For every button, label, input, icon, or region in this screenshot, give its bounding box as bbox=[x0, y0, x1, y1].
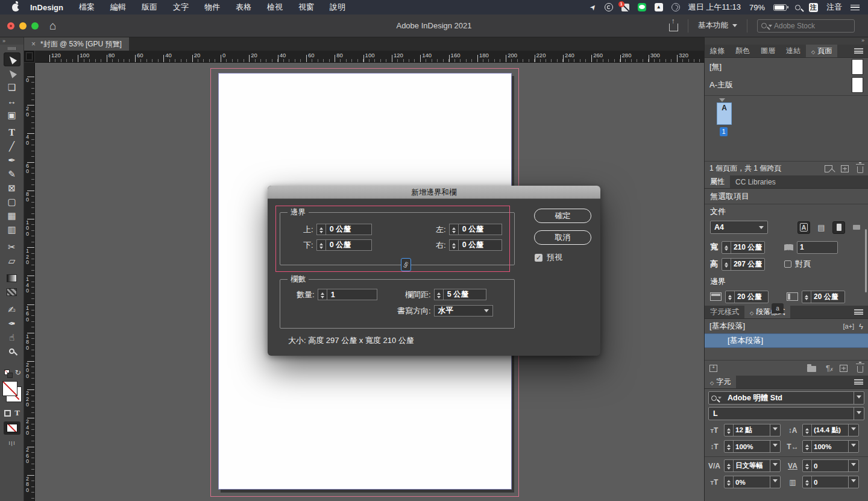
kerning-value[interactable]: 日文等幅 bbox=[734, 460, 765, 471]
font-family-value[interactable]: Adobe 明體 Std bbox=[724, 392, 786, 404]
skew-value[interactable]: 0 bbox=[812, 476, 819, 488]
stepper[interactable] bbox=[450, 224, 459, 235]
ok-button[interactable]: 確定 bbox=[534, 209, 591, 223]
horizontal-scale-dropdown-icon[interactable] bbox=[848, 441, 858, 452]
preview-checkbox[interactable] bbox=[535, 254, 542, 262]
font-style-value[interactable]: L bbox=[709, 408, 722, 420]
stepper[interactable] bbox=[802, 291, 811, 303]
left-margin-value[interactable]: 20 公釐 bbox=[811, 291, 841, 303]
close-tab-icon[interactable]: × bbox=[31, 40, 36, 48]
horizontal-grid-tool[interactable]: ▦ bbox=[4, 209, 20, 222]
skew-field[interactable]: 0 bbox=[802, 476, 859, 488]
document-setup-icon[interactable] bbox=[797, 221, 810, 234]
stepper[interactable] bbox=[725, 460, 734, 471]
font-style-dropdown-icon[interactable] bbox=[854, 408, 864, 420]
new-style-icon[interactable] bbox=[840, 365, 848, 372]
link-margins-icon[interactable] bbox=[401, 258, 411, 271]
vertical-scale-value[interactable]: 100% bbox=[734, 441, 755, 452]
menu-layout[interactable]: 版面 bbox=[142, 2, 157, 13]
minimize-window-button[interactable] bbox=[19, 22, 27, 30]
apply-none-button[interactable] bbox=[4, 421, 20, 435]
tracking-dropdown-icon[interactable] bbox=[848, 460, 858, 471]
stepper[interactable] bbox=[450, 240, 459, 250]
page-number-badge[interactable]: 1 bbox=[720, 127, 728, 136]
width-value[interactable]: 210 公釐 bbox=[731, 242, 764, 253]
zoom-window-button[interactable] bbox=[31, 22, 39, 30]
cancel-button[interactable]: 取消 bbox=[534, 230, 591, 245]
adobe-stock-search[interactable]: Adobe Stock bbox=[757, 19, 855, 33]
delete-style-icon[interactable] bbox=[857, 366, 863, 373]
stepper[interactable] bbox=[726, 291, 735, 303]
workspace-switcher[interactable]: 基本功能 bbox=[698, 20, 737, 31]
rectangle-tool[interactable]: ▢ bbox=[4, 195, 20, 209]
content-collector-tool[interactable]: ▣ bbox=[4, 108, 20, 122]
eyedropper-tool[interactable]: ✒ bbox=[4, 317, 20, 330]
type-tool[interactable]: T bbox=[4, 125, 20, 139]
margin-left-value[interactable]: 0 公釐 bbox=[459, 224, 487, 235]
ime-badge-icon[interactable]: 注 bbox=[809, 3, 818, 12]
margin-top-field[interactable]: 0 公釐 bbox=[316, 224, 372, 235]
menu-edit[interactable]: 編輯 bbox=[110, 2, 126, 13]
pencil-tool[interactable]: ✎ bbox=[4, 167, 20, 181]
formatting-affects-text-icon[interactable]: T bbox=[14, 408, 20, 418]
font-size-value[interactable]: 12 點 bbox=[734, 424, 754, 436]
menu-window[interactable]: 視窗 bbox=[298, 2, 314, 13]
new-page-icon[interactable] bbox=[841, 165, 849, 172]
menu-indesign[interactable]: InDesign bbox=[30, 3, 63, 12]
scissors-tool[interactable]: ✂ bbox=[4, 240, 20, 254]
gutter-value[interactable]: 5 公釐 bbox=[444, 289, 472, 300]
baseline-shift-value[interactable]: 0% bbox=[734, 476, 747, 488]
font-family-field[interactable]: Adobe 明體 Std bbox=[708, 391, 864, 405]
note-tool[interactable]: ✍ bbox=[4, 303, 20, 317]
pages-count-field[interactable]: 1 bbox=[797, 241, 838, 254]
stepper[interactable] bbox=[803, 476, 812, 488]
facing-pages-checkbox[interactable] bbox=[784, 260, 791, 268]
tab-color[interactable]: 顏色 bbox=[730, 45, 755, 57]
tracking-field[interactable]: 0 bbox=[802, 459, 859, 472]
location-icon[interactable]: ➤ bbox=[588, 2, 598, 13]
menu-list-icon[interactable] bbox=[851, 5, 860, 10]
stepper[interactable] bbox=[317, 240, 326, 250]
stepper[interactable] bbox=[722, 259, 731, 270]
formatting-affects-container-icon[interactable] bbox=[4, 410, 11, 417]
margin-top-value[interactable]: 0 公釐 bbox=[326, 224, 354, 235]
margin-right-value[interactable]: 0 公釐 bbox=[459, 240, 487, 250]
writing-direction-dropdown[interactable]: 水平 bbox=[434, 305, 493, 317]
stepper[interactable] bbox=[803, 424, 812, 436]
margin-right-field[interactable]: 0 公釐 bbox=[449, 239, 502, 251]
tab-links[interactable]: 連結 bbox=[781, 45, 806, 57]
horizontal-ruler[interactable]: 1201008060402002040608010012014016018020… bbox=[35, 51, 704, 63]
skew-dropdown-icon[interactable] bbox=[848, 476, 858, 488]
height-value[interactable]: 297 公釐 bbox=[731, 259, 764, 270]
fill-swatch[interactable] bbox=[2, 381, 17, 396]
stepper[interactable] bbox=[318, 289, 327, 300]
leading-dropdown-icon[interactable] bbox=[848, 424, 858, 436]
width-field[interactable]: 210 公釐 bbox=[722, 241, 765, 254]
left-margin-field[interactable]: 20 公釐 bbox=[802, 291, 845, 303]
hidden-panel-tab[interactable]: a bbox=[772, 303, 784, 314]
document-tab[interactable]: × *封面 @ 53% [GPU 預覽] bbox=[24, 37, 129, 51]
tab-cc-libraries[interactable]: CC Libraries bbox=[730, 175, 781, 188]
delete-page-icon[interactable] bbox=[857, 166, 863, 173]
selection-tool[interactable] bbox=[4, 52, 20, 66]
font-family-dropdown-icon[interactable] bbox=[854, 392, 864, 404]
font-style-field[interactable]: L bbox=[708, 407, 864, 420]
menu-file[interactable]: 檔案 bbox=[79, 2, 95, 13]
share-icon[interactable] bbox=[669, 24, 678, 31]
tab-stroke[interactable]: 線條 bbox=[705, 45, 730, 57]
page-thumbnail[interactable]: A bbox=[717, 102, 732, 125]
horizontal-scale-field[interactable]: 100% bbox=[802, 440, 859, 453]
bleed-slug-icon[interactable] bbox=[815, 221, 828, 234]
columns-count-value[interactable]: 1 bbox=[327, 289, 339, 300]
vertical-ruler[interactable]: 020406080100120140160180200220240260280 bbox=[24, 63, 35, 501]
baseline-shift-field[interactable]: 0% bbox=[724, 476, 781, 488]
triangle-app-icon[interactable]: ▲ bbox=[655, 3, 663, 11]
swirl-app-icon[interactable] bbox=[671, 3, 680, 11]
direct-selection-tool[interactable] bbox=[4, 66, 20, 80]
page-tool[interactable]: ❏ bbox=[4, 80, 20, 94]
line-tool[interactable]: ╱ bbox=[4, 139, 20, 153]
app-stack-icon[interactable]: 1 bbox=[621, 4, 629, 11]
margin-bottom-value[interactable]: 0 公釐 bbox=[326, 240, 354, 250]
panel-menu-icon[interactable] bbox=[854, 309, 863, 315]
dialog-title[interactable]: 新增邊界和欄 bbox=[268, 186, 600, 199]
